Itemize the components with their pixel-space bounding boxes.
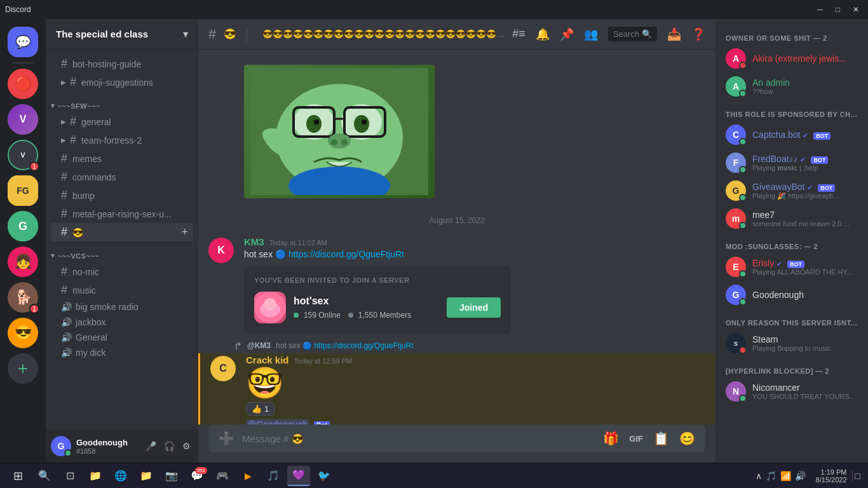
close-button[interactable]: ✕	[849, 4, 863, 15]
server-icon-1[interactable]: 🔴	[8, 69, 38, 99]
minimize-button[interactable]: ─	[813, 4, 827, 15]
channel-item-no-mic[interactable]: # no-mic	[51, 262, 193, 281]
gift-button[interactable]: 🎁	[600, 424, 621, 452]
taskbar-clock[interactable]: 1:19 PM 8/15/2022	[816, 468, 847, 484]
taskbar-explorer[interactable]: 📁	[84, 466, 107, 486]
deafen-button[interactable]: 🎧	[161, 438, 177, 454]
channel-item-memes[interactable]: # memes	[51, 149, 193, 168]
message-author-km3[interactable]: KM3	[244, 236, 264, 247]
search-box[interactable]: Search 🔍	[608, 27, 657, 41]
mute-button[interactable]: 🎤	[143, 438, 159, 454]
message-author-crack-kid[interactable]: Crack kid	[246, 355, 289, 365]
threads-icon[interactable]: #≡	[512, 27, 526, 41]
invite-link[interactable]: https://discord.gg/QgueFtjuRt	[288, 249, 404, 259]
start-button[interactable]: ⊞	[5, 466, 31, 486]
channel-item-team-fortress-2[interactable]: ▶ # team-fortress-2	[51, 131, 193, 149]
emoji-button[interactable]: 😊	[677, 424, 698, 452]
member-akira[interactable]: A Akira (extremely jewis...	[721, 44, 863, 72]
server-name-chevron[interactable]: ▾	[183, 29, 188, 40]
taskbar-search[interactable]: 🔍	[33, 466, 56, 486]
channel-item-metal-gear[interactable]: # metal-gear-rising-sex-u...	[51, 205, 193, 223]
member-goodenough[interactable]: G Goodenough	[721, 281, 863, 309]
channel-item-my-dick[interactable]: 🔊 my dick	[51, 345, 193, 360]
taskbar-teams[interactable]: 💬 351	[186, 466, 208, 486]
taskbar-app1[interactable]: ▶	[236, 466, 259, 486]
member-mee7[interactable]: m mee7 someone fund me reaver 2.0 ...	[721, 205, 863, 233]
channel-item-bot-hosting-guide[interactable]: # bot-hosting-guide	[51, 55, 193, 73]
category-vcs[interactable]: ▾ ~~~VCS~~~	[46, 241, 198, 262]
member-name-captcha-bot: Captcha.bot ✔ BOT	[752, 130, 858, 140]
member-captcha-bot[interactable]: C Captcha.bot ✔ BOT	[721, 121, 863, 149]
channel-item-general-voice[interactable]: 🔊 General	[51, 330, 193, 345]
taskbar-game1[interactable]: 🎮	[211, 466, 234, 486]
taskbar-discord[interactable]: 💜	[287, 466, 310, 486]
show-desktop-button[interactable]: □	[852, 471, 863, 481]
channel-item-emoji-suggestions[interactable]: ▶ # emoji-suggestions	[51, 73, 193, 92]
taskbar-twitter[interactable]: 🐦	[313, 466, 336, 486]
members-icon[interactable]: 👥	[584, 27, 598, 41]
server-icon-discord-home[interactable]: 💬	[8, 27, 38, 57]
help-icon[interactable]: ❓	[691, 27, 705, 41]
add-attachment-button[interactable]: ➕	[216, 424, 237, 452]
channel-item-music[interactable]: # music	[51, 281, 193, 299]
tray-spotify[interactable]: 🎵	[766, 471, 776, 481]
channel-header-name: 😎	[224, 28, 236, 40]
member-fredboat[interactable]: F FredBoat♪♪ ✔ BOT Playing music | ;help	[721, 149, 863, 177]
svg-point-10	[362, 119, 367, 125]
divider-line-left	[208, 220, 421, 221]
channel-hash-icon: #	[70, 133, 76, 147]
join-button[interactable]: Joined	[447, 297, 501, 318]
pepe-image	[244, 65, 435, 198]
channel-item-big-smoke-radio[interactable]: 🔊 big smoke radio	[51, 299, 193, 315]
settings-button[interactable]: ⚙	[180, 438, 193, 454]
avatar-crack-kid[interactable]: C	[210, 356, 236, 381]
member-info-goodenough: Goodenough	[752, 290, 858, 300]
channel-hash-icon: #	[61, 170, 67, 184]
message-header-km3: KM3 Today at 11:02 AM	[244, 236, 705, 247]
taskbar-app2[interactable]: 🎵	[262, 466, 285, 486]
server-icon-girl[interactable]: 👧	[8, 247, 38, 277]
member-status-fredboat	[739, 166, 747, 173]
member-steam[interactable]: S Steam Playing Bopping to music.	[721, 329, 863, 357]
message-input[interactable]	[242, 426, 595, 451]
taskbar-task-view[interactable]: ⊡	[58, 466, 81, 486]
mute-channel-icon[interactable]: 🔔	[536, 27, 550, 41]
server-icon-cool[interactable]: 😎	[8, 318, 38, 348]
channel-item-bump[interactable]: # bump	[51, 186, 193, 205]
member-avatar-an-admin: A	[726, 76, 746, 97]
taskbar-edge[interactable]: 🌐	[109, 466, 132, 486]
pin-icon[interactable]: 📌	[560, 27, 574, 41]
server-name-bar[interactable]: The special ed class ▾	[46, 19, 198, 50]
taskbar-files[interactable]: 📁	[135, 466, 158, 486]
mention-tag[interactable]: @Goodenough	[246, 419, 309, 424]
user-panel-actions: 🎤 🎧 ⚙	[143, 438, 193, 454]
member-giveawaybot[interactable]: G GiveawayBot ✔ BOT Playing 🎉 https://gi…	[721, 177, 863, 205]
clock-time: 1:19 PM	[816, 468, 847, 476]
channel-hash-icon: #	[61, 189, 67, 202]
channel-item-commands[interactable]: # commands	[51, 168, 193, 186]
member-nicomancer[interactable]: N Nicomancer YOU SHOULD TREAT YOURS...	[721, 377, 863, 405]
reply-link[interactable]: https://discord.gg/QgueFtjuRt	[314, 341, 413, 350]
add-channel-button[interactable]: +	[181, 226, 188, 239]
server-add-button[interactable]: +	[8, 353, 38, 384]
channel-item-emoji-active[interactable]: # 😎 +	[51, 223, 193, 241]
server-icon-2[interactable]: V	[8, 104, 38, 135]
sticker-button[interactable]: 📋	[651, 424, 672, 452]
inbox-icon[interactable]: 📥	[667, 27, 681, 41]
category-sfw[interactable]: ▾ ~~~SFW~~~	[46, 92, 198, 112]
tray-expand[interactable]: ∧	[756, 471, 762, 481]
tray-volume[interactable]: 🔊	[795, 471, 806, 481]
member-an-admin[interactable]: A An admin ??how	[721, 72, 863, 100]
maximize-button[interactable]: □	[832, 4, 844, 15]
taskbar-camera[interactable]: 📷	[160, 466, 183, 486]
tray-network[interactable]: 📶	[780, 471, 791, 481]
server-icon-fg[interactable]: FG	[8, 175, 38, 206]
avatar-km3[interactable]: K	[208, 238, 234, 263]
channel-item-jackbox[interactable]: 🔊 jackbox	[51, 315, 193, 330]
verified-icon-giveaway: ✔	[807, 184, 813, 191]
gif-button[interactable]: GIF	[627, 428, 646, 450]
member-erisly[interactable]: E Erisly ✔ BOT Playing ALL ABOARD THE HY…	[721, 253, 863, 281]
channel-item-general[interactable]: ▶ # general	[51, 112, 193, 131]
reaction-thumbsup[interactable]: 👍 1	[246, 402, 275, 416]
server-icon-g[interactable]: G	[8, 211, 38, 241]
